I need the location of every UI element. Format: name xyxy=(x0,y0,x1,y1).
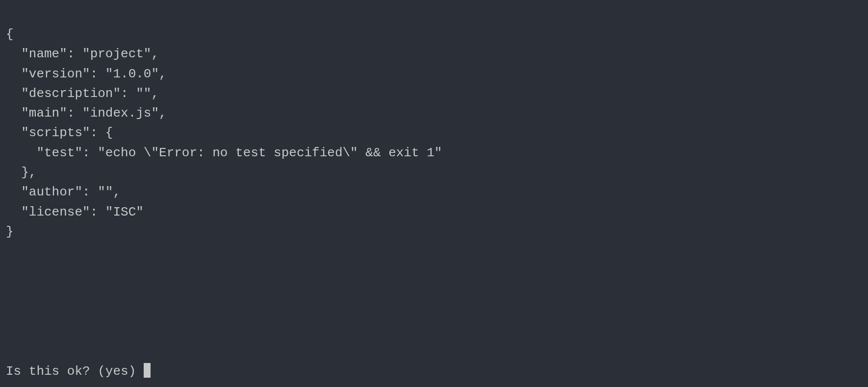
prompt-text: Is this ok? (yes) xyxy=(6,364,144,379)
json-line: "main": "index.js", xyxy=(6,106,167,121)
json-line: }, xyxy=(6,165,36,180)
confirmation-prompt[interactable]: Is this ok? (yes) xyxy=(6,362,151,381)
json-line: "test": "echo \"Error: no test specified… xyxy=(6,145,442,160)
json-line: "description": "", xyxy=(6,86,159,101)
json-line: "version": "1.0.0", xyxy=(6,67,167,81)
json-line: { xyxy=(6,27,14,42)
json-line: } xyxy=(6,224,14,239)
json-line: "license": "ISC" xyxy=(6,205,144,219)
json-line: "scripts": { xyxy=(6,125,113,140)
cursor-icon xyxy=(144,363,151,378)
package-json-preview: { "name": "project", "version": "1.0.0",… xyxy=(6,24,862,242)
json-line: "name": "project", xyxy=(6,47,159,61)
json-line: "author": "", xyxy=(6,185,121,199)
